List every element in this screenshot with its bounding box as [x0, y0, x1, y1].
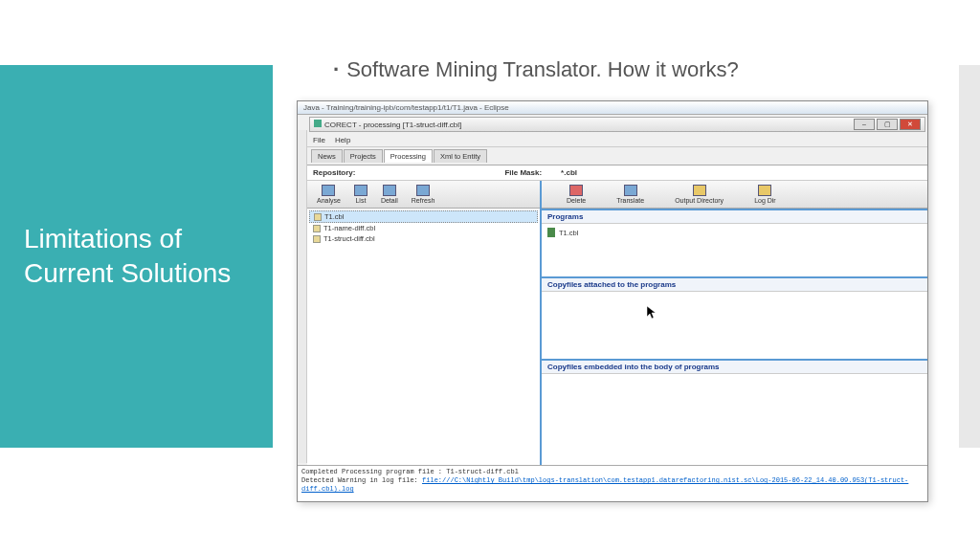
- window-controls: – ▢ ✕: [854, 119, 921, 130]
- translate-button[interactable]: Translate: [611, 183, 650, 206]
- programs-body: T1.cbl: [542, 224, 927, 276]
- file-icon: [314, 213, 322, 221]
- program-item[interactable]: T1.cbl: [547, 227, 922, 238]
- file-icon: [313, 225, 321, 232]
- file-list: T1.cbl T1-name-diff.cbl T1-struct-diff.c…: [307, 209, 540, 246]
- delete-button[interactable]: Delete: [561, 183, 591, 206]
- left-pane: Analyse List Detail Refresh T1.cbl T1-na…: [307, 181, 542, 473]
- refresh-button[interactable]: Refresh: [406, 183, 441, 206]
- log-dir-button[interactable]: Log Dir: [748, 183, 782, 206]
- cursor-icon: [647, 306, 657, 320]
- right-toolbar: Delete Translate Output Directory Log Di…: [542, 181, 927, 209]
- detail-button[interactable]: Detail: [375, 183, 404, 206]
- attached-header: Copyfiles attached to the programs: [542, 276, 927, 292]
- left-toolbar: Analyse List Detail Refresh: [307, 181, 540, 209]
- slide-title-panel: Limitations of Current Solutions: [0, 65, 273, 448]
- app-window: Java - Training/training-ipb/com/testapp…: [297, 100, 928, 502]
- menubar: File Help: [307, 134, 927, 147]
- tab-xml-to-entity[interactable]: Xml to Entity: [434, 149, 487, 163]
- output-directory-button[interactable]: Output Directory: [669, 183, 729, 206]
- log-icon: [758, 185, 771, 196]
- refresh-icon: [416, 185, 430, 196]
- tab-news[interactable]: News: [311, 149, 343, 163]
- slide-title: Limitations of Current Solutions: [24, 222, 249, 292]
- programs-header: Programs: [542, 209, 927, 224]
- file-item[interactable]: T1-struct-diff.cbl: [309, 233, 538, 244]
- file-icon: [313, 235, 321, 243]
- repository-row: Repository: File Mask: *.cbl: [307, 165, 927, 181]
- eclipse-sidebar: [298, 130, 307, 463]
- menu-file[interactable]: File: [313, 136, 325, 144]
- file-item[interactable]: T1.cbl: [309, 210, 538, 223]
- file-mask-value: *.cbl: [561, 168, 577, 177]
- folder-icon: [693, 185, 706, 196]
- detail-icon: [383, 185, 396, 196]
- list-button[interactable]: List: [348, 183, 373, 206]
- translate-icon: [624, 185, 637, 196]
- analyse-button[interactable]: Analyse: [311, 183, 346, 206]
- list-icon: [354, 185, 368, 196]
- decorative-strip: [959, 65, 980, 448]
- main-split: Analyse List Detail Refresh T1.cbl T1-na…: [307, 181, 927, 473]
- embedded-body: [542, 374, 927, 441]
- inner-titlebar: CORECT - processing [T1-struct-diff.cbl]…: [309, 117, 925, 132]
- tab-projects[interactable]: Projects: [344, 149, 383, 163]
- program-icon: [547, 228, 555, 237]
- file-item[interactable]: T1-name-diff.cbl: [309, 223, 538, 233]
- bullet-heading: Software Mining Translator. How it works…: [333, 57, 739, 82]
- inner-title-text: CORECT - processing [T1-struct-diff.cbl]: [314, 120, 461, 129]
- close-button[interactable]: ✕: [900, 119, 921, 130]
- analyse-icon: [322, 185, 335, 196]
- attached-body: [542, 292, 927, 359]
- maximize-button[interactable]: ▢: [877, 119, 898, 130]
- log-area: Completed Processing program file : T1-s…: [298, 465, 927, 501]
- tab-processing[interactable]: Processing: [384, 149, 433, 163]
- repository-label: Repository:: [313, 168, 355, 177]
- log-line: Detected Warning in log file: file:///C:…: [301, 476, 924, 494]
- minimize-button[interactable]: –: [854, 119, 875, 130]
- log-line: Completed Processing program file : T1-s…: [301, 468, 924, 476]
- embedded-header: Copyfiles embedded into the body of prog…: [542, 359, 927, 374]
- delete-icon: [569, 185, 583, 196]
- eclipse-titlebar: Java - Training/training-ipb/com/testapp…: [298, 101, 927, 115]
- tabbar: News Projects Processing Xml to Entity: [307, 147, 927, 165]
- right-pane: Delete Translate Output Directory Log Di…: [542, 181, 927, 473]
- menu-help[interactable]: Help: [335, 136, 350, 144]
- file-mask-label: File Mask:: [504, 168, 542, 177]
